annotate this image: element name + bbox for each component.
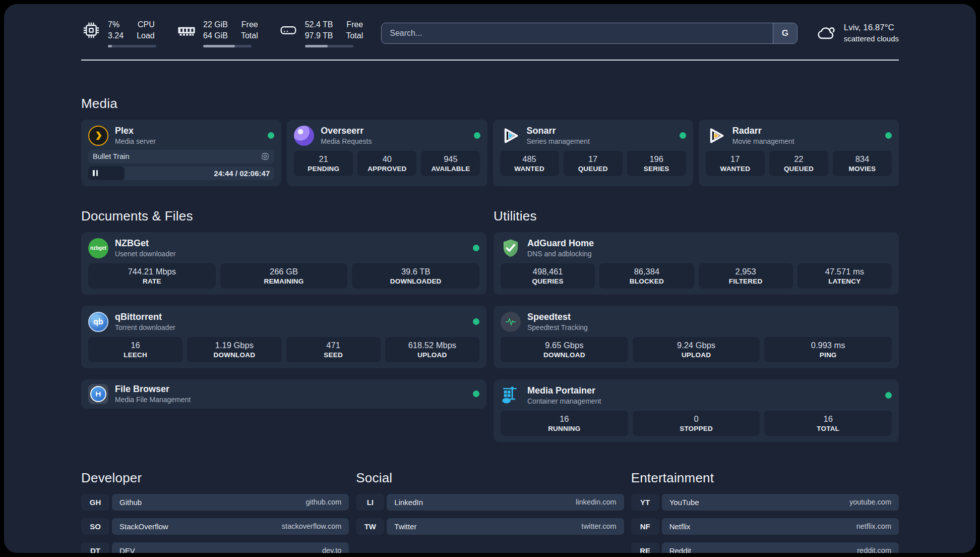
weather-widget: Lviv, 16.87°C scattered clouds bbox=[816, 22, 899, 44]
pause-icon[interactable] bbox=[93, 170, 98, 176]
camera-icon[interactable] bbox=[261, 152, 270, 161]
stat-label: QUEUED bbox=[784, 165, 814, 173]
stat-tile: 498,461 QUERIES bbox=[501, 263, 595, 289]
crane-containers-icon bbox=[501, 385, 521, 406]
stat-tile: 86,384 BLOCKED bbox=[599, 263, 694, 289]
stat-tile: 39.6 TB DOWNLOADED bbox=[352, 263, 479, 289]
status-dot bbox=[885, 132, 892, 139]
stat-tile: 16 TOTAL bbox=[764, 411, 892, 436]
stat-tile: 1.19 Gbps DOWNLOAD bbox=[187, 337, 281, 362]
filebrowser-card[interactable]: File Browser Media File Management bbox=[81, 379, 486, 409]
weather-location-temp: Lviv, 16.87°C bbox=[844, 22, 899, 34]
cpu-load-value: 3.24 bbox=[108, 30, 124, 41]
link-url: stackoverflow.com bbox=[282, 522, 341, 530]
link-twitter[interactable]: TW Twitter twitter.com bbox=[356, 518, 624, 535]
link-abbr: LI bbox=[356, 494, 384, 511]
app-description: Usenet downloader bbox=[115, 250, 176, 258]
adguard-card[interactable]: AdGuard Home DNS and adblocking 498,461 … bbox=[494, 232, 899, 295]
stats-row: 17 WANTED 22 QUEUED 834 MOVIES bbox=[706, 151, 892, 176]
stat-label: AVAILABLE bbox=[431, 165, 470, 173]
stat-label: UPLOAD bbox=[682, 351, 711, 359]
app-name: Sonarr bbox=[527, 126, 590, 136]
section-title-documents: Documents & Files bbox=[81, 208, 486, 224]
stat-label: DOWNLOAD bbox=[214, 351, 256, 359]
radarr-card[interactable]: Radarr Movie management 17 WANTED 22 QUE… bbox=[699, 120, 899, 186]
stat-label: RUNNING bbox=[548, 425, 580, 432]
stat-label: TOTAL bbox=[817, 425, 839, 432]
speedtest-card[interactable]: Speedtest Speedtest Tracking 9.65 Gbps D… bbox=[494, 306, 899, 368]
stat-value: 86,384 bbox=[634, 267, 659, 276]
disk-total-label: Total bbox=[346, 30, 363, 41]
app-name: Media Portainer bbox=[527, 385, 601, 396]
playback-progress-bar: 24:44 / 02:06:47 bbox=[88, 166, 274, 180]
app-description: Series management bbox=[527, 137, 590, 145]
stat-value: 0 bbox=[694, 414, 698, 424]
stat-label: SERIES bbox=[644, 165, 669, 173]
status-dot bbox=[473, 318, 479, 325]
stat-tile: 9.24 Gbps UPLOAD bbox=[633, 337, 760, 362]
portainer-card[interactable]: Media Portainer Container management 16 … bbox=[494, 379, 899, 442]
stat-tile: 485 WANTED bbox=[500, 151, 559, 176]
stat-label: QUERIES bbox=[532, 277, 564, 285]
stats-row: 16 LEECH 1.19 Gbps DOWNLOAD 471 SEED bbox=[88, 337, 479, 362]
link-abbr: RE bbox=[631, 542, 659, 553]
link-abbr: TW bbox=[356, 518, 384, 535]
cpu-progress-bar bbox=[108, 45, 156, 47]
stat-value: 47.571 ms bbox=[825, 267, 864, 276]
weather-condition: scattered clouds bbox=[844, 34, 899, 44]
app-name: Radarr bbox=[732, 126, 794, 136]
stat-tile: 17 QUEUED bbox=[564, 151, 623, 176]
stat-value: 2,953 bbox=[735, 267, 756, 276]
content: 7% 3.24 CPU Load bbox=[81, 4, 899, 553]
memory-stat: 22 GiB 64 GiB Free Total bbox=[176, 19, 258, 47]
stat-label: PENDING bbox=[308, 165, 339, 173]
stat-value: 22 bbox=[794, 154, 803, 164]
stats-row: 9.65 Gbps DOWNLOAD 9.24 Gbps UPLOAD 0.99… bbox=[501, 337, 892, 362]
app-description: Movie management bbox=[732, 137, 794, 145]
link-name: Netflix bbox=[669, 522, 691, 531]
memory-free-label: Free bbox=[241, 19, 258, 30]
documents-section: Documents & Files nzbget NZBGet Usenet d… bbox=[81, 208, 486, 442]
social-section: Social LI LinkedIn linkedin.com TW Twitt… bbox=[356, 470, 624, 553]
sonarr-card[interactable]: Sonarr Series management 485 WANTED 17 Q… bbox=[493, 120, 693, 186]
stat-tile: 2,953 FILTERED bbox=[699, 263, 793, 289]
stat-value: 40 bbox=[383, 154, 392, 164]
qbittorrent-card[interactable]: qb qBittorrent Torrent downloader 16 LEE… bbox=[81, 306, 486, 368]
link-name: StackOverflow bbox=[119, 522, 168, 531]
nzbget-card[interactable]: nzbget NZBGet Usenet downloader 744.21 M… bbox=[81, 232, 486, 295]
link-netflix[interactable]: NF Netflix netflix.com bbox=[631, 518, 899, 535]
search-engine-button[interactable]: G bbox=[773, 23, 797, 43]
section-title-developer: Developer bbox=[81, 470, 349, 486]
stat-label: UPLOAD bbox=[417, 351, 447, 359]
media-grid: Plex Media server Bullet Train bbox=[81, 120, 899, 186]
stat-tile: 266 GB REMAINING bbox=[220, 263, 348, 289]
memory-free-value: 22 GiB bbox=[203, 19, 228, 30]
disk-stat: 52.4 TB 97.9 TB Free Total bbox=[278, 19, 363, 47]
link-reddit[interactable]: RE Reddit reddit.com bbox=[631, 542, 899, 553]
stat-value: 17 bbox=[588, 154, 597, 164]
stat-value: 834 bbox=[855, 154, 870, 164]
system-stats: 7% 3.24 CPU Load bbox=[81, 19, 363, 47]
stat-value: 744.21 Mbps bbox=[128, 267, 176, 276]
stat-tile: 618.52 Mbps UPLOAD bbox=[385, 337, 479, 362]
stat-tile: 834 MOVIES bbox=[833, 151, 892, 176]
stat-value: 9.24 Gbps bbox=[677, 341, 715, 350]
app-description: Torrent downloader bbox=[115, 323, 175, 331]
disk-progress-bar bbox=[305, 45, 353, 47]
stat-label: RATE bbox=[143, 277, 161, 285]
plex-card[interactable]: Plex Media server Bullet Train bbox=[81, 120, 281, 186]
link-github[interactable]: GH Github github.com bbox=[81, 494, 349, 511]
stat-value: 0.993 ms bbox=[811, 341, 845, 350]
link-youtube[interactable]: YT YouTube youtube.com bbox=[631, 494, 899, 511]
stats-row: 21 PENDING 40 APPROVED 945 AVAILABLE bbox=[294, 151, 480, 176]
status-dot bbox=[473, 245, 479, 251]
search-input[interactable] bbox=[382, 23, 773, 43]
link-dev[interactable]: DT DEV dev.to bbox=[81, 542, 349, 553]
stat-label: REMAINING bbox=[264, 277, 303, 285]
overseerr-card[interactable]: Overseerr Media Requests 21 PENDING 40 A… bbox=[287, 120, 487, 186]
link-stackoverflow[interactable]: SO StackOverflow stackoverflow.com bbox=[81, 518, 349, 535]
link-linkedin[interactable]: LI LinkedIn linkedin.com bbox=[356, 494, 624, 511]
floppy-disk-icon bbox=[90, 386, 106, 402]
stat-value: 471 bbox=[326, 341, 340, 350]
stat-tile: 196 SERIES bbox=[627, 151, 686, 176]
